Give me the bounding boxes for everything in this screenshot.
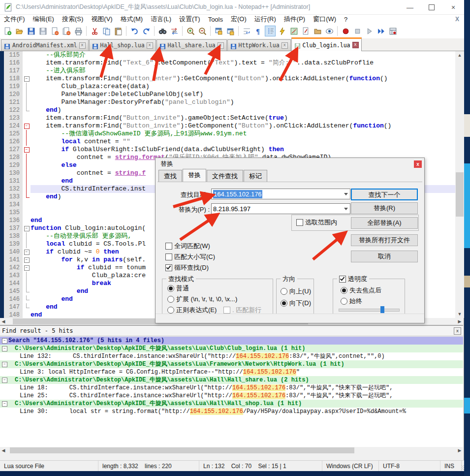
- fold-margin[interactable]: [23, 67, 31, 75]
- fold-margin[interactable]: [23, 201, 31, 209]
- result-scroll-thumb[interactable]: [10, 447, 354, 453]
- code-line-117[interactable]: 117 --进入俱乐部: [4, 67, 455, 75]
- transparency-checkbox-icon[interactable]: [339, 276, 346, 283]
- transparency-lose-focus-radio-icon[interactable]: [341, 287, 347, 294]
- match-case-checkbox-icon[interactable]: [165, 254, 172, 260]
- code-line-124[interactable]: 124− item.transform:Find("Button_invite"…: [4, 122, 455, 130]
- result-hit-row[interactable]: Line 3: local HttpInterface = CG.Config.…: [0, 368, 463, 376]
- transparency-slider-thumb[interactable]: [380, 306, 384, 313]
- replace-dialog-close-button[interactable]: x: [414, 160, 422, 168]
- menu-item-9[interactable]: 宏(O): [227, 15, 251, 24]
- fold-margin[interactable]: [23, 59, 31, 67]
- tab-club-login-lua[interactable]: Club_login.luax: [291, 37, 362, 51]
- transparency-lose-focus-radio[interactable]: 失去焦点后: [341, 286, 381, 295]
- result-collapse-icon[interactable]: −: [2, 338, 7, 344]
- scroll-up-icon[interactable]: ▲: [455, 51, 464, 59]
- result-hit-row[interactable]: Line 132: CS.thirdInterface.instance:wxS…: [0, 352, 463, 360]
- mode-regex-radio-icon[interactable]: [167, 307, 174, 314]
- code-line-125[interactable]: 125 --微信邀请dwShowGameID 更多源码,上91源码www.91y…: [4, 130, 455, 138]
- fold-collapse-icon[interactable]: −: [24, 250, 30, 255]
- result-scroll-left-icon[interactable]: ◀: [0, 447, 7, 454]
- result-hit-row[interactable]: Line 25: CS.thirdInterface.instance:wxSh…: [0, 392, 463, 400]
- code-line-127[interactable]: 127− if GlobalUserRight:IsClubFriend(dat…: [4, 146, 455, 154]
- fold-margin[interactable]: [23, 193, 31, 201]
- fold-margin[interactable]: [23, 232, 31, 240]
- tab-hall-shop-lua[interactable]: Hall_shop.luax: [89, 39, 156, 51]
- print-icon[interactable]: [73, 26, 84, 36]
- result-file-collapse-icon[interactable]: −: [2, 401, 7, 407]
- fold-margin[interactable]: [23, 217, 31, 224]
- scroll-down-icon[interactable]: ▼: [455, 310, 464, 318]
- code-line-121[interactable]: 121 PanelManager:DestoryPrefab("panel_cl…: [4, 98, 455, 106]
- stop-macro-icon[interactable]: [352, 26, 363, 36]
- save-icon[interactable]: [26, 26, 36, 36]
- new-file-icon[interactable]: [2, 26, 13, 36]
- code-line-115[interactable]: 115 --俱乐部简介: [4, 51, 455, 59]
- open-file-icon[interactable]: [14, 26, 25, 36]
- transparency-always-radio[interactable]: 始终: [341, 297, 362, 306]
- code-line-116[interactable]: 116 item.transform:Find("Text_6"):GetCom…: [4, 59, 455, 67]
- fold-margin[interactable]: [23, 272, 31, 280]
- function-list-icon[interactable]: [300, 26, 311, 36]
- replace-icon[interactable]: ab: [169, 26, 180, 36]
- fold-margin[interactable]: [23, 154, 31, 161]
- tab-close-icon[interactable]: x: [282, 42, 288, 49]
- menu-item-10[interactable]: 运行(R): [251, 15, 280, 24]
- save-all-icon[interactable]: [37, 26, 48, 36]
- result-file-collapse-icon[interactable]: −: [2, 346, 7, 351]
- redo-icon[interactable]: [141, 26, 152, 36]
- paste-icon[interactable]: [113, 26, 124, 36]
- fold-margin[interactable]: [23, 280, 31, 287]
- zoom-in-icon[interactable]: [185, 26, 196, 36]
- fold-margin[interactable]: −: [23, 122, 31, 130]
- fold-margin[interactable]: −: [23, 264, 31, 272]
- result-hit-row[interactable]: Line 30: local str = string.format("http…: [0, 408, 463, 415]
- whole-word-checkbox[interactable]: 全词匹配(W): [165, 242, 210, 251]
- dialog-tab-文件查找[interactable]: 文件查找: [207, 170, 243, 182]
- code-line-120[interactable]: 120 PanelManager:DeleteClubPanelObj(self…: [4, 91, 455, 98]
- tab-close-icon[interactable]: x: [147, 42, 153, 49]
- find-next-button[interactable]: 查找下一个: [351, 189, 418, 200]
- find-what-input[interactable]: 164.155.102.176: [211, 189, 350, 199]
- menu-item-12[interactable]: 窗口(W): [309, 15, 340, 24]
- whole-word-checkbox-icon[interactable]: [165, 243, 172, 250]
- result-hit-row[interactable]: Line 18: CS.thirdInterface.instance:wxSh…: [0, 384, 463, 392]
- dialog-tab-查找[interactable]: 查找: [158, 170, 182, 182]
- document-monitor-icon[interactable]: [324, 26, 335, 36]
- tab-close-icon[interactable]: x: [79, 42, 86, 49]
- code-line-122[interactable]: 122 end): [4, 106, 455, 114]
- minimize-button[interactable]: —: [399, 0, 421, 14]
- fold-margin[interactable]: [23, 51, 31, 59]
- tab-hall-share-lua[interactable]: Hall_share.luax: [157, 39, 227, 51]
- fold-margin[interactable]: [23, 106, 31, 114]
- code-line-118[interactable]: 118− item.transform:Find("Button_enter")…: [4, 75, 455, 83]
- save-macro-icon[interactable]: [387, 26, 398, 36]
- code-line-123[interactable]: 123 item.transform:Find("Button_invite")…: [4, 114, 455, 122]
- record-macro-icon[interactable]: [340, 26, 351, 36]
- fold-collapse-icon[interactable]: −: [24, 147, 30, 153]
- cancel-button[interactable]: 取消: [351, 251, 418, 262]
- transparency-always-radio-icon[interactable]: [341, 298, 347, 305]
- menu-item-8[interactable]: Tools: [204, 16, 227, 23]
- in-selection-checkbox[interactable]: 选取范围内: [296, 218, 337, 227]
- fold-margin[interactable]: [23, 138, 31, 146]
- show-symbols-icon[interactable]: ¶: [253, 26, 264, 36]
- cut-icon[interactable]: [89, 26, 100, 36]
- run-macro-multiple-icon[interactable]: [376, 26, 386, 36]
- document-map-icon[interactable]: [288, 26, 299, 36]
- tab-androidmanifest-xml[interactable]: AndroidManifest.xmlx: [1, 39, 89, 51]
- fold-margin[interactable]: −: [23, 256, 31, 264]
- tab-close-icon[interactable]: x: [352, 42, 359, 48]
- direction-up-radio[interactable]: 向上(U): [281, 287, 311, 296]
- replace-with-input[interactable]: 8.218.95.197: [211, 203, 350, 214]
- direction-up-radio-icon[interactable]: [281, 288, 287, 295]
- fold-collapse-icon[interactable]: −: [24, 76, 30, 82]
- fold-collapse-icon[interactable]: −: [24, 265, 30, 271]
- tab-close-icon[interactable]: x: [218, 42, 224, 49]
- close-all-icon[interactable]: [61, 26, 72, 36]
- fold-collapse-icon[interactable]: −: [24, 124, 30, 129]
- replace-combo-dropdown-icon[interactable]: [344, 208, 348, 210]
- mode-normal-radio[interactable]: 普通: [167, 284, 189, 293]
- vertical-scroll-thumb[interactable]: [456, 172, 464, 217]
- fold-margin[interactable]: [23, 240, 31, 248]
